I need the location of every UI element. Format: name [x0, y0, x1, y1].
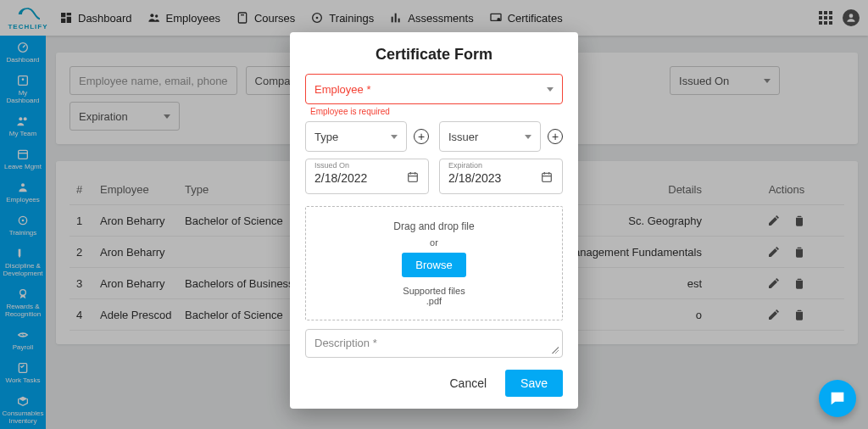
- description-textarea[interactable]: Description *: [305, 329, 563, 358]
- chat-fab[interactable]: [819, 380, 856, 417]
- cancel-button[interactable]: Cancel: [437, 370, 498, 397]
- chat-icon: [828, 389, 847, 408]
- employee-error-text: Employee is required: [310, 107, 563, 116]
- field-label: Expiration: [448, 161, 482, 170]
- add-issuer-button[interactable]: +: [548, 129, 563, 144]
- certificate-form-modal: Certificate Form Employee * Employee is …: [290, 32, 578, 409]
- type-select[interactable]: Type: [305, 121, 407, 152]
- issued-on-input[interactable]: Issued On 2/18/2022: [305, 159, 429, 194]
- dropzone-or: or: [313, 237, 555, 248]
- select-label: Employee *: [314, 83, 370, 96]
- date-value: 2/18/2022: [314, 171, 367, 185]
- modal-title: Certificate Form: [305, 46, 563, 64]
- button-label: Browse: [415, 259, 452, 271]
- placeholder-text: Description *: [314, 337, 377, 349]
- file-dropzone[interactable]: Drag and drop file or Browse Supported f…: [305, 206, 563, 320]
- button-label: Save: [520, 376, 548, 390]
- add-type-button[interactable]: +: [414, 129, 429, 144]
- chevron-down-icon: [547, 87, 554, 92]
- button-label: Cancel: [449, 376, 487, 390]
- date-value: 2/18/2023: [448, 171, 501, 185]
- svg-rect-30: [542, 173, 552, 181]
- chevron-down-icon: [391, 135, 398, 139]
- svg-rect-26: [409, 173, 418, 181]
- calendar-icon[interactable]: [540, 170, 554, 187]
- select-label: Type: [314, 131, 338, 143]
- browse-button[interactable]: Browse: [402, 253, 465, 277]
- chevron-down-icon: [525, 135, 531, 139]
- save-button[interactable]: Save: [505, 370, 563, 397]
- dropzone-text: Drag and drop file: [313, 220, 555, 232]
- select-label: Issuer: [448, 131, 478, 143]
- employee-select[interactable]: Employee *: [305, 74, 563, 104]
- expiration-input[interactable]: Expiration 2/18/2023: [439, 159, 563, 194]
- calendar-icon[interactable]: [406, 170, 420, 187]
- supported-label: Supported files: [313, 286, 555, 296]
- issuer-select[interactable]: Issuer: [439, 121, 541, 152]
- field-label: Issued On: [314, 161, 349, 170]
- supported-types: .pdf: [313, 296, 555, 306]
